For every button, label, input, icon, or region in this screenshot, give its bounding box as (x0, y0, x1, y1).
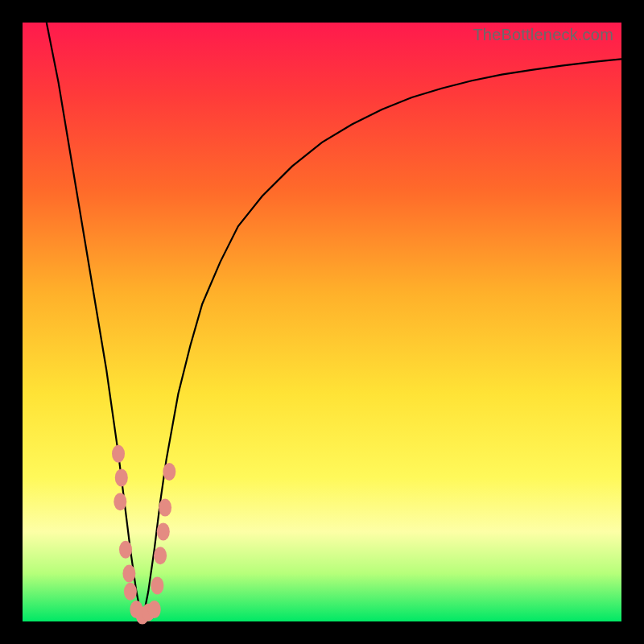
bottleneck-curve-path (47, 23, 621, 621)
chart-plot-area: TheBottleneck.com (23, 23, 621, 621)
data-points-group (112, 445, 175, 625)
data-point (159, 499, 171, 517)
data-point (115, 469, 128, 486)
data-point (122, 565, 135, 583)
data-point (148, 601, 161, 618)
data-point (114, 493, 126, 510)
data-point (124, 583, 137, 601)
data-point (157, 522, 170, 540)
data-point (112, 445, 125, 463)
data-point (151, 576, 163, 594)
data-point (119, 541, 132, 559)
data-point (163, 463, 175, 481)
chart-frame: TheBottleneck.com (0, 0, 644, 644)
bottleneck-curve-svg (23, 23, 621, 621)
data-point (154, 547, 167, 564)
